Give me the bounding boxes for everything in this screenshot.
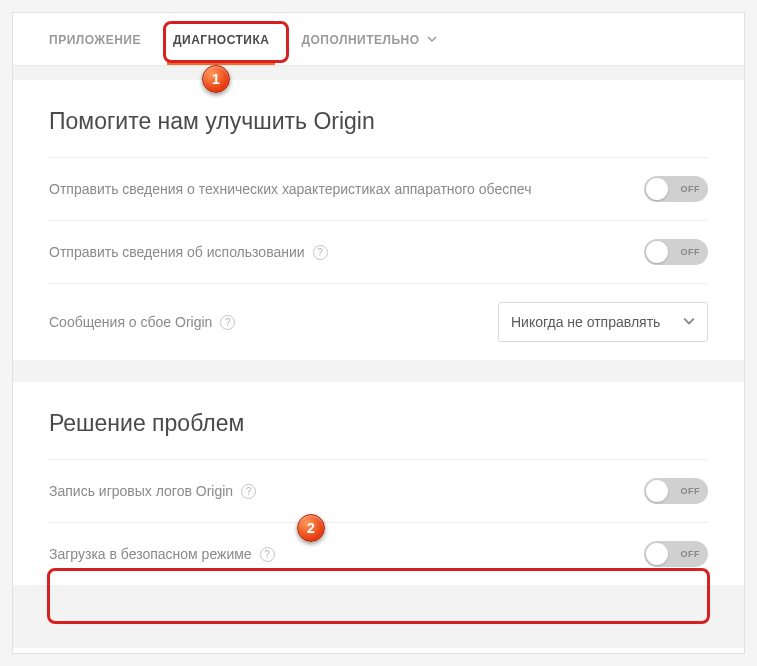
toggle-usage-telemetry[interactable]: OFF (644, 239, 708, 265)
toggle-knob (646, 480, 668, 502)
row-crash-reports: Сообщения о сбое Origin ? Никогда не отп… (49, 283, 708, 360)
toggle-knob (646, 543, 668, 565)
row-hardware-telemetry: Отправить сведения о технических характе… (49, 157, 708, 220)
tab-diagnostics[interactable]: ДИАГНОСТИКА (157, 13, 285, 65)
chevron-down-icon (427, 33, 437, 47)
toggle-state-off: OFF (681, 247, 701, 257)
select-value: Никогда не отправлять (511, 314, 660, 330)
tab-more[interactable]: ДОПОЛНИТЕЛЬНО (285, 13, 453, 65)
help-icon[interactable]: ? (241, 484, 256, 499)
row-game-logs: Запись игровых логов Origin ? OFF (49, 459, 708, 522)
toggle-hardware-telemetry[interactable]: OFF (644, 176, 708, 202)
section-troubleshoot-title: Решение проблем (49, 410, 708, 437)
tabs-bar: ПРИЛОЖЕНИЕ ДИАГНОСТИКА ДОПОЛНИТЕЛЬНО (13, 13, 744, 66)
toggle-knob (646, 178, 668, 200)
label-safe-mode: Загрузка в безопасном режиме (49, 546, 252, 562)
label-crash-reports: Сообщения о сбое Origin (49, 314, 212, 330)
help-icon[interactable]: ? (313, 245, 328, 260)
toggle-game-logs[interactable]: OFF (644, 478, 708, 504)
label-game-logs: Запись игровых логов Origin (49, 483, 233, 499)
tab-application[interactable]: ПРИЛОЖЕНИЕ (33, 13, 157, 65)
select-crash-reports[interactable]: Никогда не отправлять (498, 302, 708, 342)
chevron-down-icon (683, 314, 695, 330)
section-troubleshoot: Решение проблем Запись игровых логов Ori… (13, 382, 744, 585)
label-usage-telemetry: Отправить сведения об использовании (49, 244, 305, 260)
row-safe-mode: Загрузка в безопасном режиме ? OFF (49, 522, 708, 585)
tab-more-label: ДОПОЛНИТЕЛЬНО (301, 33, 419, 47)
help-icon[interactable]: ? (220, 315, 235, 330)
annotation-callout-2: 2 (297, 514, 325, 542)
row-usage-telemetry: Отправить сведения об использовании ? OF… (49, 220, 708, 283)
toggle-safe-mode[interactable]: OFF (644, 541, 708, 567)
toggle-state-off: OFF (681, 184, 701, 194)
section-improve-title: Помогите нам улучшить Origin (49, 108, 708, 135)
section-improve: Помогите нам улучшить Origin Отправить с… (13, 80, 744, 360)
annotation-callout-1: 1 (202, 65, 230, 93)
toggle-state-off: OFF (681, 549, 701, 559)
label-hardware-telemetry: Отправить сведения о технических характе… (49, 181, 531, 197)
toggle-state-off: OFF (681, 486, 701, 496)
help-icon[interactable]: ? (260, 547, 275, 562)
toggle-knob (646, 241, 668, 263)
